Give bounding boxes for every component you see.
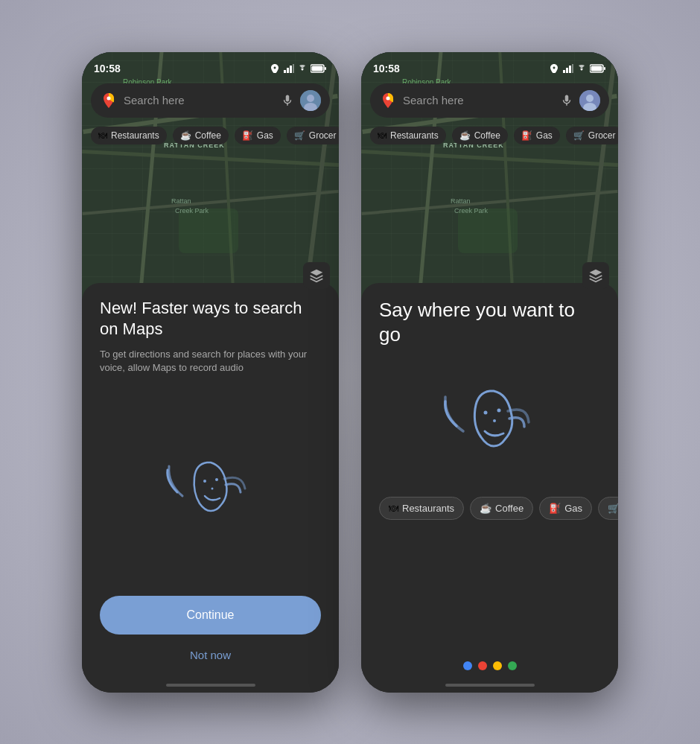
chip-coffee-label-right: Coffee [474,130,500,141]
svg-point-12 [215,478,218,481]
svg-rect-16 [569,66,571,73]
location-icon [269,64,281,73]
svg-point-11 [203,480,206,483]
svg-point-7 [107,96,111,100]
wifi-icon-right [576,64,587,73]
google-dot-red [478,661,487,670]
coffee-icon-left: ☕ [180,130,191,141]
google-dot-green [508,661,517,670]
voice-illustration-left [100,390,321,595]
user-avatar-right[interactable] [579,90,600,111]
coffee-icon-right: ☕ [459,130,471,141]
layers-icon-left [309,268,324,283]
search-bar-left[interactable]: Search here [91,83,330,118]
restaurants-icon-left: 🍽 [98,130,107,141]
svg-rect-1 [287,68,289,73]
home-indicator-right [445,684,535,687]
chip-restaurants-right[interactable]: 🍽 Restaurants [370,127,446,144]
chip-sheet-gas-label: Gas [564,503,582,514]
gas-icon-left: ⛽ [242,130,253,141]
search-placeholder-right: Search here [403,94,554,106]
chip-restaurants-label-right: Restaurants [390,130,439,141]
gas-icon-sheet: ⛽ [549,503,561,514]
home-indicator-left [166,684,255,687]
status-bar-right: 10:58 [361,52,618,79]
chip-gas-label-right: Gas [536,130,553,141]
bottom-sheet-right: Say where you want to go [361,283,618,693]
chip-grocer-right[interactable]: 🛒 Grocer [566,127,618,144]
chips-row-right: 🍽 Restaurants ☕ Coffee ⛽ Gas 🛒 Grocer [361,127,618,144]
restaurants-icon-sheet: 🍽 [389,503,398,514]
user-avatar-left[interactable] [300,90,321,111]
svg-point-27 [493,419,496,422]
not-now-label: Not now [190,649,231,661]
svg-point-25 [483,411,487,415]
continue-button[interactable]: Continue [100,596,321,635]
svg-point-9 [307,95,314,102]
google-dot-yellow [493,661,502,670]
svg-point-21 [386,96,390,100]
svg-rect-19 [604,67,605,70]
restaurants-icon-right: 🍽 [378,130,386,141]
chip-gas-left[interactable]: ⛽ Gas [235,127,281,144]
svg-rect-2 [290,66,292,73]
svg-rect-17 [572,64,573,73]
chip-coffee-right[interactable]: ☕ Coffee [452,127,508,144]
map-right: Robinson Park Stepping Sto... RATTAN CRE… [361,52,618,298]
svg-rect-0 [284,70,286,73]
phone-right: Robinson Park Stepping Sto... RATTAN CRE… [361,52,618,693]
map-label-creek: Creek Park [175,207,209,214]
status-icons-right [548,64,606,73]
chips-row-left: 🍽 Restaurants ☕ Coffee ⛽ Gas 🛒 Grocer [82,127,339,144]
chip-restaurants-label-left: Restaurants [111,130,159,141]
svg-rect-5 [325,67,326,70]
mic-icon-left[interactable] [281,94,294,107]
signal-icon-right [563,64,573,73]
svg-point-23 [586,95,594,102]
layers-button-left[interactable] [303,262,330,289]
status-icons-left [269,64,327,73]
chip-sheet-coffee[interactable]: ☕ Coffee [470,497,533,520]
svg-rect-20 [591,66,602,71]
search-placeholder-left: Search here [124,94,275,106]
chip-restaurants-left[interactable]: 🍽 Restaurants [91,127,167,144]
chip-sheet-coffee-label: Coffee [495,503,524,514]
phone-left: Robinson Park Stepping Sto... RATTAN CRE… [82,52,339,693]
chip-sheet-restaurants-label: Restaurants [402,503,454,514]
chips-row-sheet-right: 🍽 Restaurants ☕ Coffee ⛽ Gas 🛒 [379,497,618,520]
chip-sheet-gas[interactable]: ⛽ Gas [539,497,592,520]
layers-button-right[interactable] [582,262,609,289]
coffee-icon-sheet: ☕ [480,503,491,514]
voice-svg-left [151,448,270,537]
svg-rect-6 [312,66,323,71]
grocer-icon-right: 🛒 [573,130,585,141]
voice-svg-right [423,378,557,474]
chip-gas-label-left: Gas [257,130,273,141]
layers-icon-right [588,268,603,283]
chip-gas-right[interactable]: ⛽ Gas [514,127,560,144]
sheet-title-right: Say where you want to go [379,298,600,349]
voice-illustration-right [379,363,600,497]
svg-rect-15 [566,68,568,73]
status-time-left: 10:58 [94,63,121,74]
battery-icon-right [590,64,606,73]
grocer-icon-sheet: 🛒 [608,503,618,514]
google-dots [379,661,600,670]
sheet-subtitle-left: To get directions and search for places … [100,348,321,375]
not-now-button[interactable]: Not now [100,640,321,670]
chip-coffee-label-left: Coffee [195,130,221,141]
location-icon-right [548,64,560,73]
chip-grocer-left[interactable]: 🛒 Grocer [287,127,339,144]
google-dot-blue [463,661,472,670]
search-bar-right[interactable]: Search here [370,83,609,118]
mic-icon-right[interactable] [560,94,573,107]
chip-sheet-grocer[interactable]: 🛒 [598,497,618,520]
chip-coffee-left[interactable]: ☕ Coffee [173,127,229,144]
svg-point-26 [497,409,500,413]
status-time-right: 10:58 [373,63,400,74]
chip-sheet-restaurants[interactable]: 🍽 Restaurants [379,497,464,520]
maps-logo-right [379,92,397,109]
sheet-title-left: New! Faster ways to search on Maps [100,298,321,340]
svg-rect-14 [563,70,565,73]
continue-label: Continue [186,608,234,622]
